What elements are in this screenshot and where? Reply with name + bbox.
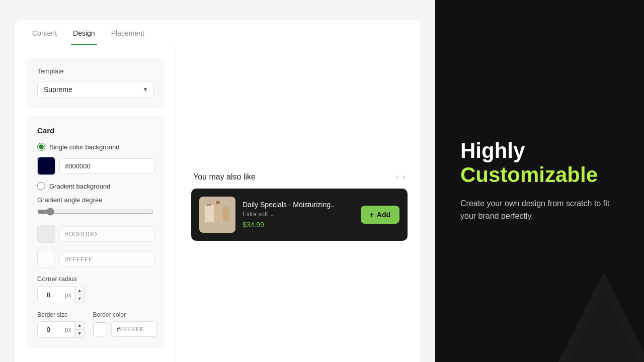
corner-radius-up[interactable]: ▲	[75, 287, 85, 295]
main-card: Content Design Placement Template Suprem…	[15, 20, 420, 362]
border-color-swatch[interactable]	[93, 322, 107, 336]
gradient-angle-label: Gradient angle degree	[37, 196, 153, 204]
right-description: Create your own design from scratch to f…	[460, 197, 619, 223]
border-size-input[interactable]	[38, 323, 62, 336]
right-panel: Highly Customizable Create your own desi…	[435, 0, 644, 362]
corner-radius-input[interactable]	[38, 288, 62, 302]
product-variant: Extra soft ⌄	[243, 211, 354, 218]
single-color-label: Single color background	[49, 143, 119, 151]
svg-marker-6	[564, 292, 644, 362]
svg-rect-1	[215, 202, 222, 222]
border-row: Border size px ▲ ▼ Border c	[37, 311, 153, 338]
border-size-label: Border size	[37, 311, 85, 318]
single-color-radio-row: Single color background	[37, 143, 153, 151]
widget-title: You may also like	[193, 172, 256, 182]
gradient-color1-row	[37, 225, 153, 243]
color-row-main	[37, 157, 153, 175]
preview-widget: You may also like ‹ ›	[191, 172, 408, 241]
border-size-unit: px	[62, 326, 74, 333]
gradient-radio[interactable]	[37, 182, 45, 190]
gradient-color2-input[interactable]	[59, 251, 155, 267]
product-image	[199, 197, 235, 233]
gradient-radio-row: Gradient background	[37, 182, 153, 190]
border-size-spinner: ▲ ▼	[74, 322, 85, 337]
gradient-angle-slider-wrapper	[37, 208, 153, 218]
prev-arrow-icon[interactable]: ‹	[396, 172, 398, 182]
tabs-bar: Content Design Placement	[15, 20, 420, 45]
card-content: Template Supreme Classic Modern Minimal …	[15, 45, 420, 362]
corner-radius-spinner: ▲ ▼	[74, 287, 85, 303]
border-color-row	[93, 321, 156, 337]
card-section-title: Card	[37, 126, 153, 135]
gradient-color2-row	[37, 250, 153, 268]
product-name: Daily Specials - Moisturizing..	[243, 201, 354, 209]
corner-radius-label: Corner radius	[37, 275, 153, 283]
card-section: Card Single color background Grad	[27, 116, 164, 348]
border-size-col: Border size px ▲ ▼	[37, 311, 85, 338]
border-color-input[interactable]	[111, 321, 156, 337]
main-color-input[interactable]	[59, 158, 155, 174]
decorative-triangle	[553, 272, 644, 362]
single-color-radio[interactable]	[37, 143, 45, 151]
left-panel: Content Design Placement Template Suprem…	[0, 0, 435, 362]
preview-area: You may also like ‹ ›	[176, 45, 423, 362]
template-section: Template Supreme Classic Modern Minimal …	[27, 57, 164, 108]
border-color-col: Border color	[93, 311, 156, 338]
template-label: Template	[37, 67, 153, 75]
corner-radius-unit: px	[62, 292, 74, 299]
template-select-wrapper: Supreme Classic Modern Minimal ▼	[37, 81, 153, 98]
tab-content[interactable]: Content	[30, 20, 59, 45]
main-color-swatch[interactable]	[37, 157, 55, 175]
svg-rect-2	[223, 207, 229, 221]
right-heading-green: Customizable	[460, 163, 619, 187]
gradient-color1-swatch[interactable]	[37, 225, 55, 243]
gradient-angle-slider[interactable]	[37, 208, 153, 216]
gradient-color1-input[interactable]	[59, 226, 155, 242]
corner-radius-input-wrapper: px ▲ ▼	[37, 287, 85, 303]
corner-radius-down[interactable]: ▼	[75, 295, 85, 303]
add-label: Add	[377, 211, 390, 219]
product-image-svg	[202, 200, 232, 230]
corner-radius-row: px ▲ ▼	[37, 287, 153, 303]
tab-design[interactable]: Design	[71, 20, 97, 45]
right-heading-white: Highly	[460, 139, 619, 162]
nav-arrows: ‹ ›	[396, 172, 406, 182]
product-card: Daily Specials - Moisturizing.. Extra so…	[191, 189, 408, 241]
product-info: Daily Specials - Moisturizing.. Extra so…	[243, 201, 354, 229]
gradient-color2-swatch[interactable]	[37, 250, 55, 268]
add-to-cart-button[interactable]: + Add	[361, 206, 399, 224]
plus-icon: +	[370, 211, 374, 219]
template-select[interactable]: Supreme Classic Modern Minimal	[37, 81, 153, 98]
border-size-wrapper: px ▲ ▼	[37, 321, 85, 338]
svg-rect-4	[216, 201, 220, 204]
product-price: $34.99	[243, 221, 354, 229]
tab-placement[interactable]: Placement	[109, 20, 146, 45]
border-size-down[interactable]: ▼	[75, 330, 85, 337]
widget-header: You may also like ‹ ›	[191, 172, 408, 182]
variant-chevron-icon: ⌄	[270, 212, 274, 217]
gradient-label: Gradient background	[49, 183, 110, 190]
svg-rect-3	[206, 204, 211, 206]
settings-panel: Template Supreme Classic Modern Minimal …	[15, 45, 176, 362]
border-size-up[interactable]: ▲	[75, 322, 85, 330]
border-color-label: Border color	[93, 311, 156, 318]
next-arrow-icon[interactable]: ›	[403, 172, 406, 182]
svg-rect-0	[205, 205, 214, 222]
